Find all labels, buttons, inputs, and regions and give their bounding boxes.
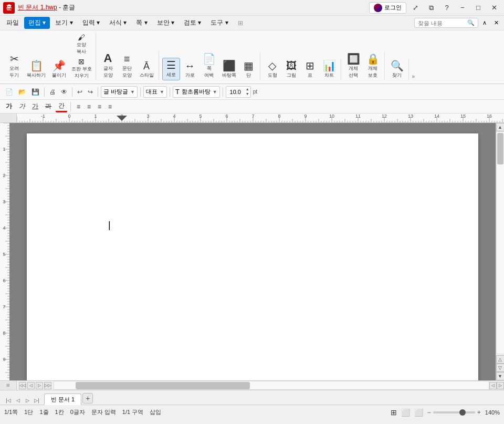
style-selector[interactable]: 글 바탕글 ▼ [101, 86, 138, 98]
font-selector[interactable]: T 함초롬바탕 ▼ [173, 86, 220, 98]
ribbon-background-button[interactable]: ⬛ 바탕쪽 [219, 59, 239, 80]
scroll-track[interactable] [496, 131, 505, 354]
search-input[interactable] [418, 20, 465, 26]
toolbar-redo-button[interactable]: ↪ [86, 87, 95, 97]
title-app: - 훈글 [59, 4, 75, 11]
toolbar-new-button[interactable]: 📄 [3, 87, 15, 97]
ribbon-cut-button[interactable]: ✂ 오려두기 [5, 52, 23, 80]
ribbon-vertical-button[interactable]: ☰ 세로 [162, 58, 180, 80]
ribbon-shape-button[interactable]: ◇ 도형 [264, 59, 281, 80]
menu-close-btn[interactable]: ✕ [491, 18, 502, 27]
menu-view[interactable]: 보기 ▾ [51, 17, 77, 29]
menu-format[interactable]: 서식 ▾ [105, 17, 131, 29]
tab-first-button[interactable]: |◁ [4, 396, 13, 405]
tile-button[interactable]: ⧉ [424, 3, 438, 13]
strikethrough-button[interactable]: 과 [43, 101, 54, 111]
outline-selector[interactable]: 대표 ▼ [143, 86, 167, 98]
minimize-button[interactable]: − [456, 3, 469, 13]
ribbon-obj-select-button[interactable]: 🔲 개체선택 [344, 52, 363, 80]
italic-button[interactable]: 가 [16, 101, 28, 111]
char-count: 0글자 [70, 408, 85, 416]
menu-review[interactable]: 검토 ▾ [180, 17, 205, 29]
document-page[interactable]: | [27, 133, 478, 380]
login-button[interactable]: 로그인 [369, 2, 406, 14]
font-size-down[interactable]: ▼ [245, 92, 250, 96]
menu-collapse-btn[interactable]: ∧ [479, 18, 490, 27]
tab-last-button[interactable]: ▷| [33, 396, 41, 405]
restore-size-button[interactable]: ⤢ [408, 3, 422, 13]
menu-extra[interactable]: ⊞ [234, 18, 247, 28]
search-box[interactable]: 🔍 [414, 18, 478, 28]
ribbon-char-format-button[interactable]: A 글자모양 [99, 51, 117, 80]
section-number: 1단 [24, 408, 33, 416]
zoom-track[interactable] [433, 411, 475, 413]
horizontal-scroll-track[interactable] [54, 381, 489, 390]
toolbar-undo-button[interactable]: ↩ [75, 87, 85, 97]
align-justify-button[interactable]: ≡ [106, 102, 114, 111]
page-view-icon[interactable]: ⬜ [401, 408, 410, 417]
toolbar-save-button[interactable]: 💾 [29, 87, 41, 97]
scroll-page-down[interactable]: ▽ [496, 364, 505, 372]
menu-page[interactable]: 쪽 ▾ [132, 17, 151, 29]
align-center-button[interactable]: ≡ [85, 102, 93, 111]
add-tab-button[interactable]: + [82, 393, 93, 404]
obj-protect-icon: 🔒 [366, 54, 380, 64]
horizontal-scroll-thumb[interactable] [76, 382, 249, 389]
menu-insert[interactable]: 입력 ▾ [78, 17, 104, 29]
menu-edit[interactable]: 편집 ▾ [24, 17, 50, 29]
scroll-page-up[interactable]: △ [496, 355, 505, 364]
toolbar-open-button[interactable]: 📂 [16, 87, 28, 97]
menu-tools[interactable]: 도구 ▾ [206, 17, 232, 29]
document-area[interactable]: | [9, 123, 496, 380]
close-button[interactable]: ✕ [487, 3, 501, 13]
scroll-prev-button[interactable]: ◁ [27, 382, 35, 389]
tab-prev-button[interactable]: ◁ [14, 396, 22, 405]
toolbar-sep-4 [140, 87, 141, 97]
ribbon-style-button[interactable]: Ā 스타일 [137, 60, 156, 80]
ribbon-more-button[interactable]: » [411, 73, 416, 80]
toolbar-print-button[interactable]: 🖨 [47, 87, 58, 97]
scroll-up-button[interactable]: ▲ [496, 123, 505, 131]
ribbon-find-button[interactable]: 🔍 찾기 [388, 59, 406, 80]
ribbon-paste-button[interactable]: 📌 붙이기 [49, 59, 69, 80]
ribbon-format-remove-button[interactable]: ⊠ 조판 부호지우기 [70, 57, 93, 80]
ribbon-style-copy-button[interactable]: 🖌 모양복사 [70, 33, 93, 56]
menu-file[interactable]: 파일 [2, 17, 23, 29]
zoom-in-button[interactable]: + [477, 409, 481, 416]
color-button[interactable]: 간 [56, 101, 67, 112]
ribbon-obj-protect-button[interactable]: 🔒 개체보호 [364, 52, 382, 80]
bold-button[interactable]: 가 [3, 101, 15, 111]
zoom-out-button[interactable]: − [427, 409, 431, 416]
scroll-thumb[interactable] [497, 133, 503, 164]
scroll-right-button[interactable]: ▷ [497, 382, 504, 389]
ribbon-margin-button[interactable]: 📄 쪽여백 [200, 52, 218, 80]
menu-security[interactable]: 보안 ▾ [153, 17, 178, 29]
ribbon-copy-button[interactable]: 📋 복사하기 [24, 59, 48, 80]
toolbar-preview-button[interactable]: 👁 [59, 87, 69, 97]
help-button[interactable]: ? [440, 3, 454, 13]
web-view-icon[interactable]: ⬜ [414, 408, 423, 417]
font-size-input[interactable] [226, 89, 245, 95]
document-tab-1[interactable]: 빈 문서 1 [44, 394, 81, 405]
ribbon-column-button[interactable]: ▦ 단 [240, 59, 258, 80]
align-right-button[interactable]: ≡ [95, 102, 104, 111]
font-size-up[interactable]: ▲ [245, 87, 250, 91]
align-left-button[interactable]: ≡ [74, 102, 83, 111]
maximize-button[interactable]: □ [471, 3, 485, 13]
ribbon-horizontal-button[interactable]: ↔ 가로 [181, 59, 199, 80]
ribbon-chart-button[interactable]: 📊 차트 [320, 59, 339, 80]
scroll-left-button[interactable]: ◁ [489, 382, 497, 389]
scroll-next-button[interactable]: ▷ [36, 382, 43, 389]
track-changes-icon[interactable]: ⊞ [391, 408, 397, 417]
tab-next-button[interactable]: ▷ [23, 396, 32, 405]
vertical-scrollbar[interactable]: ▲ △ ▽ ▼ [496, 123, 504, 380]
ribbon-table-button[interactable]: ⊞ 표 [301, 59, 319, 80]
zoom-thumb[interactable] [459, 409, 466, 416]
obj-select-label: 개체선택 [349, 65, 358, 79]
scroll-down-button[interactable]: ▼ [496, 372, 505, 380]
scroll-end-button[interactable]: ▷▷ [44, 382, 51, 389]
scroll-start-button[interactable]: ◁◁ [19, 382, 26, 389]
ribbon-image-button[interactable]: 🖼 그림 [282, 59, 300, 80]
underline-button[interactable]: 가 [29, 101, 41, 111]
ribbon-para-format-button[interactable]: ≡ 문단모양 [118, 52, 136, 80]
